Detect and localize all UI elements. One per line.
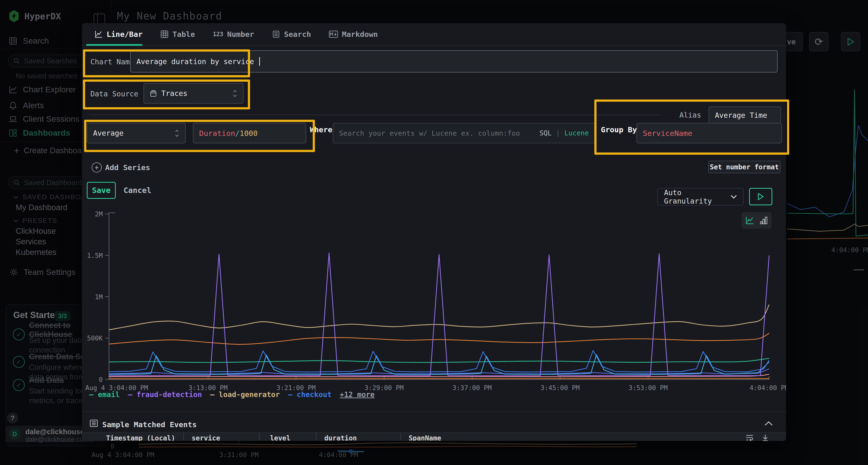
svg-text:1M: 1M [95, 293, 103, 301]
chevron-down-icon [731, 195, 737, 199]
legend-item[interactable]: — checkout [288, 390, 332, 399]
svg-text:2M: 2M [95, 210, 103, 218]
tab-line-bar[interactable]: Line/Bar [94, 30, 143, 38]
granularity-value: Auto Granularity [664, 189, 718, 205]
play-icon [757, 193, 764, 200]
expression-input[interactable]: Duration/1000 [193, 123, 306, 143]
tab-number[interactable]: 123 Number [213, 30, 254, 38]
table-icon [160, 30, 168, 38]
data-source-value: Traces [161, 89, 187, 98]
toggle-divider: | [556, 129, 560, 137]
svg-text:0: 0 [99, 376, 103, 383]
sql-toggle[interactable]: SQL [539, 129, 552, 137]
database-icon [150, 90, 157, 97]
tab-label: Table [173, 30, 195, 38]
expression-operator: / [235, 129, 240, 138]
where-placeholder: Search your events w/ Lucene ex. column:… [339, 129, 520, 137]
legend-item[interactable]: — load-generator [210, 390, 280, 399]
column-header[interactable]: SpanName [409, 434, 441, 441]
tab-label: Markdown [342, 30, 378, 38]
set-number-format-label: Set number format [710, 163, 779, 171]
set-number-format-button[interactable]: Set number format [708, 161, 780, 173]
alias-input[interactable]: Average Time [709, 106, 781, 124]
lucene-toggle[interactable]: Lucene [564, 129, 589, 137]
tab-markdown[interactable]: Markdown [329, 30, 378, 38]
edit-chart-modal: Line/Bar Table 123 Number Search [82, 23, 786, 441]
app-root: HyperDX Search Saved Searches No saved s… [0, 0, 868, 465]
download-icon[interactable] [762, 434, 769, 441]
legend-item[interactable]: — email [89, 390, 120, 399]
column-header[interactable]: duration [324, 434, 357, 441]
column-header[interactable]: level [270, 434, 290, 441]
aggregation-value: Average [93, 129, 123, 137]
select-chevrons-icon [175, 129, 179, 138]
plus-circle-icon: + [92, 162, 102, 172]
tab-label: Number [227, 30, 254, 38]
cancel-button[interactable]: Cancel [122, 182, 153, 199]
save-label: Save [92, 186, 111, 195]
active-tab-indicator [86, 44, 142, 46]
add-series-label: Add Series [105, 163, 150, 172]
column-resizer[interactable] [259, 433, 260, 441]
column-resizer[interactable] [183, 433, 184, 441]
group-by-label: Group By [601, 125, 637, 134]
events-table-header: Timestamp (Local) service level duration… [82, 432, 786, 441]
alias-label: Alias [662, 111, 701, 119]
series-group-border [89, 115, 661, 115]
alias-value: Average Time [715, 111, 767, 120]
chart-type-tabs: Line/Bar Table 123 Number Search [82, 23, 786, 46]
data-source-select[interactable]: Traces [144, 83, 244, 104]
svg-text:3:45:00 PM: 3:45:00 PM [540, 384, 580, 392]
collapse-chevron-up-icon[interactable] [764, 421, 773, 426]
legend-more-link[interactable]: +12 more [340, 390, 375, 399]
svg-text:3:37:00 PM: 3:37:00 PM [453, 384, 492, 392]
data-source-label: Data Source [90, 90, 138, 98]
svg-text:4:04:00 PM: 4:04:00 PM [750, 384, 786, 392]
run-query-button[interactable] [749, 188, 772, 205]
group-by-input[interactable]: ServiceName [637, 123, 782, 143]
svg-text:1.5M: 1.5M [87, 252, 103, 259]
select-chevrons-icon [232, 89, 237, 98]
events-list-icon [89, 419, 98, 428]
chart-legend: — email— fraud-detection— load-generator… [89, 390, 375, 399]
tab-label: Line/Bar [106, 30, 143, 38]
granularity-select[interactable]: Auto Granularity [657, 188, 744, 205]
group-by-value: ServiceName [643, 129, 692, 138]
list-doc-icon [272, 30, 280, 38]
column-resizer[interactable] [400, 433, 401, 441]
tab-search[interactable]: Search [272, 30, 311, 38]
where-input[interactable]: Search your events w/ Lucene ex. column:… [333, 123, 595, 143]
column-header[interactable]: Timestamp (Local) [106, 434, 175, 441]
series-group-border [783, 115, 785, 115]
chart-name-input[interactable]: Average duration by service [130, 51, 778, 72]
svg-text:500K: 500K [87, 334, 103, 342]
aggregation-select[interactable]: Average [87, 123, 186, 143]
markdown-icon [329, 31, 338, 38]
save-button[interactable]: Save [87, 182, 116, 199]
tab-label: Search [284, 30, 311, 38]
expression-field: Duration [199, 129, 235, 138]
column-resizer[interactable] [316, 433, 317, 441]
number-123-icon: 123 [213, 31, 223, 38]
line-chart-icon [94, 30, 103, 38]
column-header[interactable]: service [192, 434, 220, 441]
add-series-button[interactable]: + Add Series [92, 162, 150, 172]
chart-name-label: Chart Name [90, 58, 134, 66]
wrap-text-icon[interactable] [745, 434, 754, 441]
legend-item[interactable]: — fraud-detection [128, 390, 202, 399]
divider [82, 411, 786, 412]
chart-name-value: Average duration by service [136, 57, 254, 66]
duration-chart: 0500K1M1.5M2MAug 4 3:04:00 PM3:13:00 PM3… [87, 210, 772, 393]
where-label: Where [310, 125, 332, 134]
cancel-label: Cancel [123, 186, 151, 195]
sample-events-title: Sample Matched Events [102, 420, 197, 429]
svg-text:3:53:00 PM: 3:53:00 PM [628, 384, 668, 392]
tab-table[interactable]: Table [160, 30, 195, 38]
text-cursor [259, 57, 260, 66]
expression-number: 1000 [240, 129, 258, 138]
